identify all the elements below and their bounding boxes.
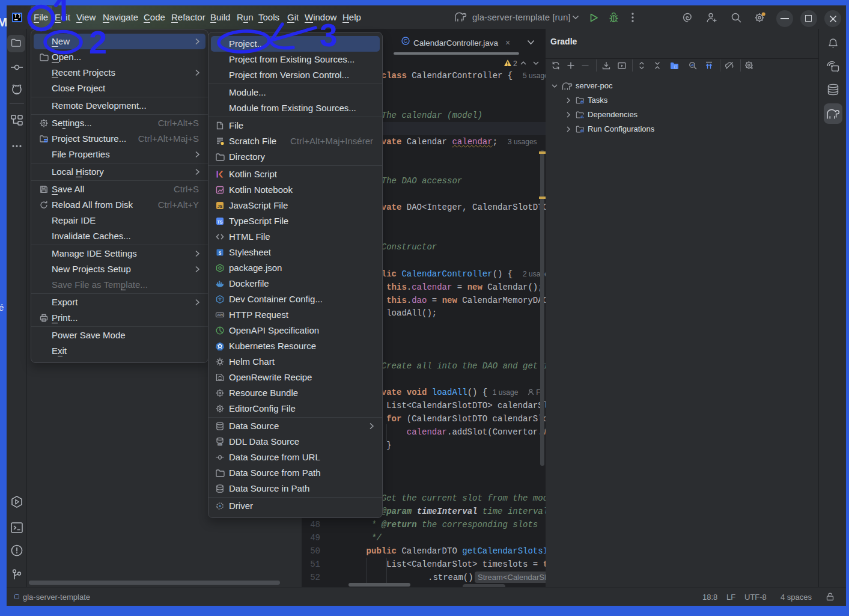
svg-text:3: 3 [320,17,337,53]
svg-text:2: 2 [89,24,107,60]
